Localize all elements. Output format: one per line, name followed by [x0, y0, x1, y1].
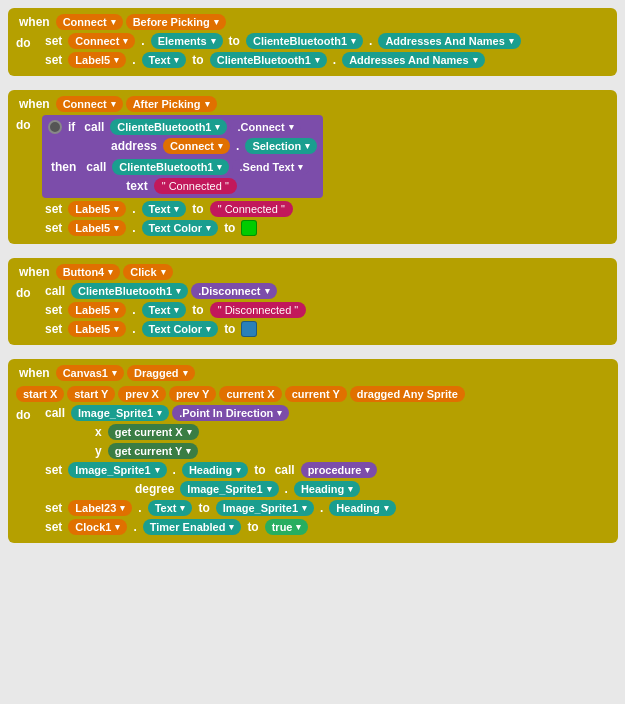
color-dot-blue[interactable] [241, 321, 257, 337]
set-comp-4b[interactable]: Label23 [68, 500, 132, 516]
target-comp-1a[interactable]: Connect [68, 33, 135, 49]
dot-4b: . [135, 500, 144, 516]
do-content-1: set Connect . Elements to ClienteBluetoo… [42, 33, 521, 68]
call-kw-4: call [42, 405, 68, 421]
set-prop-3a[interactable]: Text [142, 302, 187, 318]
dot2-1b: . [330, 52, 339, 68]
address-prop-2[interactable]: Selection [245, 138, 317, 154]
dot-1b: . [129, 52, 138, 68]
degree-comp-4[interactable]: Image_Sprite1 [180, 481, 278, 497]
call-row-3: call ClienteBluetooth1 .Disconnect [42, 283, 306, 299]
text-row-2: text " Connected " [123, 178, 310, 194]
to-kw-4b: to [195, 500, 212, 516]
component-connect-2[interactable]: Connect [56, 96, 123, 112]
then-call-row-2: call ClienteBluetooth1 .Send Text [83, 159, 310, 175]
call-method-4[interactable]: .Point In Direction [172, 405, 289, 421]
when-keyword-3: when [16, 264, 53, 280]
gear-icon-2[interactable] [48, 120, 62, 134]
component-connect-1[interactable]: Connect [56, 14, 123, 30]
target-prop-1b[interactable]: Text [142, 52, 187, 68]
source-comp-4b[interactable]: Image_Sprite1 [216, 500, 314, 516]
source-prop-1b[interactable]: Addresses And Names [342, 52, 484, 68]
procedure-pill-4a[interactable]: procedure [301, 462, 378, 478]
to-kw-2b: to [221, 220, 238, 236]
set-prop-4a[interactable]: Heading [182, 462, 248, 478]
blocks-container: when Connect Before Picking do set Conne… [0, 0, 625, 551]
do-label-4: do [16, 408, 38, 422]
x-row-4: x get current X [92, 424, 396, 440]
set-val-3a: " Disconnected " [210, 302, 307, 318]
set-comp-3a[interactable]: Label5 [68, 302, 126, 318]
set-kw-4a: set [42, 462, 65, 478]
set-kw-3a: set [42, 302, 65, 318]
source-prop-1a[interactable]: Addresses And Names [378, 33, 520, 49]
to-kw-4c: to [244, 519, 261, 535]
do-section-2: do if call ClienteBluetooth1 .Connect ad… [16, 115, 609, 236]
dot-3b: . [129, 321, 138, 337]
address-comp-2[interactable]: Connect [163, 138, 230, 154]
target-prop-1a[interactable]: Elements [151, 33, 223, 49]
when-keyword-1: when [16, 14, 53, 30]
if-block-2: if call ClienteBluetooth1 .Connect addre… [42, 115, 323, 198]
source-comp-1a[interactable]: ClienteBluetooth1 [246, 33, 363, 49]
event-block-2: when Connect After Picking do if call Cl… [8, 90, 617, 244]
source-comp-1b[interactable]: ClienteBluetooth1 [210, 52, 327, 68]
param-dragged: dragged Any Sprite [350, 386, 465, 402]
trigger-click[interactable]: Click [123, 264, 172, 280]
then-call-comp-2[interactable]: ClienteBluetooth1 [112, 159, 229, 175]
set-prop-3b[interactable]: Text Color [142, 321, 219, 337]
set-prop-4c[interactable]: Timer Enabled [143, 519, 242, 535]
get-y-4[interactable]: get current Y [108, 443, 199, 459]
set-row-2b: set Label5 . Text Color to [42, 220, 323, 236]
set-kw-4c: set [42, 519, 65, 535]
event-header-2: when Connect After Picking [16, 96, 609, 112]
param-startx: start X [16, 386, 64, 402]
set-comp-4c[interactable]: Clock1 [68, 519, 127, 535]
to-kw-3b: to [221, 321, 238, 337]
set-comp-3b[interactable]: Label5 [68, 321, 126, 337]
set-prop-2a[interactable]: Text [142, 201, 187, 217]
trigger-before-picking[interactable]: Before Picking [126, 14, 226, 30]
call-comp-2[interactable]: ClienteBluetooth1 [110, 119, 227, 135]
address-label-2: address [108, 138, 160, 154]
degree-row-4: degree Image_Sprite1 . Heading [132, 481, 396, 497]
if-kw: if [65, 119, 78, 135]
set-heading-row-4: set Image_Sprite1 . Heading to call proc… [42, 462, 396, 478]
component-canvas1[interactable]: Canvas1 [56, 365, 124, 381]
get-x-4[interactable]: get current X [108, 424, 199, 440]
source-prop-4b[interactable]: Heading [329, 500, 395, 516]
set-row-3b: set Label5 . Text Color to [42, 321, 306, 337]
set-comp-2a[interactable]: Label5 [68, 201, 126, 217]
params-row-4: start X start Y prev X prev Y current X … [16, 386, 610, 402]
set-kw-1b: set [42, 52, 65, 68]
event-header-1: when Connect Before Picking [16, 14, 609, 30]
dot-4c: . [130, 519, 139, 535]
set-comp-4a[interactable]: Image_Sprite1 [68, 462, 166, 478]
event-block-3: when Button4 Click do call ClienteBlueto… [8, 258, 617, 345]
color-dot-green[interactable] [241, 220, 257, 236]
set-prop-4b[interactable]: Text [148, 500, 193, 516]
param-starty: start Y [67, 386, 115, 402]
dot-4a: . [170, 462, 179, 478]
set-comp-2b[interactable]: Label5 [68, 220, 126, 236]
do-label-3: do [16, 286, 38, 300]
call-comp-3[interactable]: ClienteBluetooth1 [71, 283, 188, 299]
set-val-4c[interactable]: true [265, 519, 309, 535]
set-label23-row-4: set Label23 . Text to Image_Sprite1 . He… [42, 500, 396, 516]
target-comp-1b[interactable]: Label5 [68, 52, 126, 68]
call-method-3[interactable]: .Disconnect [191, 283, 276, 299]
trigger-after-picking[interactable]: After Picking [126, 96, 217, 112]
call-method-2[interactable]: .Connect [230, 119, 300, 135]
degree-label-4: degree [132, 481, 177, 497]
to-kw-1b: to [189, 52, 206, 68]
set-prop-2b[interactable]: Text Color [142, 220, 219, 236]
when-keyword-2: when [16, 96, 53, 112]
set-kw-3b: set [42, 321, 65, 337]
then-call-method-2[interactable]: .Send Text [232, 159, 310, 175]
degree-prop-4[interactable]: Heading [294, 481, 360, 497]
to-kw-3a: to [189, 302, 206, 318]
trigger-dragged[interactable]: Dragged [127, 365, 195, 381]
call-comp-4[interactable]: Image_Sprite1 [71, 405, 169, 421]
set-val-2a: " Connected " [210, 201, 293, 217]
component-button4[interactable]: Button4 [56, 264, 121, 280]
